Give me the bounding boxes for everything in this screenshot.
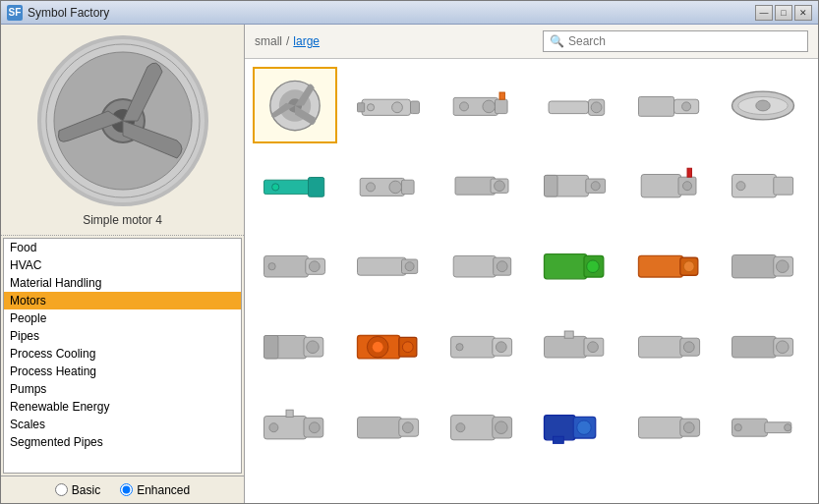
svg-point-79 [497,342,507,353]
category-item[interactable]: Motors [4,292,241,309]
app-icon: SF [7,5,23,21]
search-box: 🔍 [543,30,808,52]
svg-point-94 [309,422,320,433]
svg-point-90 [776,341,789,354]
svg-rect-81 [545,337,587,359]
symbol-cell[interactable] [533,389,617,466]
symbol-cell[interactable] [721,147,805,224]
svg-point-61 [587,260,600,273]
svg-rect-42 [641,175,681,197]
search-input[interactable] [568,34,801,48]
svg-rect-19 [549,101,589,114]
category-item[interactable]: Food [4,239,241,256]
breadcrumb-small[interactable]: small [255,34,282,48]
category-item[interactable]: Material Handling [4,274,241,292]
svg-point-70 [307,341,320,354]
svg-point-21 [592,101,603,112]
breadcrumb: small / large [255,34,320,48]
symbol-cell[interactable] [627,147,712,224]
symbol-cell[interactable] [346,228,431,305]
main-content: Simple motor 4 FoodHVACMaterial Handling… [1,25,818,503]
symbol-cell[interactable] [253,228,337,305]
close-button[interactable]: ✕ [794,5,812,21]
symbol-cell[interactable] [627,228,712,305]
category-list-container: FoodHVACMaterial HandlingMotorsPeoplePip… [1,236,244,476]
minimize-button[interactable]: — [755,5,773,21]
svg-rect-59 [545,254,587,279]
symbol-cell[interactable] [439,228,524,305]
symbol-cell[interactable] [721,67,805,143]
svg-point-18 [483,100,496,113]
symbol-cell[interactable] [533,67,617,143]
symbol-cell[interactable] [346,308,431,385]
svg-point-80 [456,344,463,351]
svg-point-93 [269,423,278,432]
symbol-cell[interactable] [439,147,524,224]
svg-rect-53 [358,257,407,275]
symbol-cell[interactable] [627,389,712,466]
symbol-cell[interactable] [346,67,431,143]
titlebar: SF Symbol Factory — □ ✕ [1,1,818,25]
right-panel: small / large 🔍 [245,25,818,503]
breadcrumb-large[interactable]: large [293,34,320,48]
symbol-cell[interactable] [439,389,524,466]
svg-point-98 [403,422,414,433]
category-item[interactable]: Process Cooling [4,345,241,363]
svg-point-84 [588,342,599,353]
category-item[interactable]: Scales [4,416,241,433]
symbol-cell[interactable] [253,389,337,466]
symbol-cell[interactable] [721,308,805,385]
symbol-cell[interactable] [253,67,337,143]
symbol-cell[interactable] [533,228,617,305]
maximize-button[interactable]: □ [775,5,792,21]
category-item[interactable]: Pumps [4,380,241,398]
symbols-area[interactable] [245,59,818,503]
category-item[interactable]: Process Heating [4,363,241,380]
symbol-cell[interactable] [533,147,617,224]
svg-rect-106 [554,436,564,443]
category-item[interactable]: HVAC [4,256,241,274]
svg-point-109 [683,422,694,433]
svg-rect-47 [774,177,793,195]
preview-svg [34,32,211,209]
symbol-cell[interactable] [253,147,337,224]
svg-rect-40 [545,176,558,197]
svg-point-17 [460,101,469,110]
svg-point-67 [776,260,789,273]
svg-point-12 [368,103,375,110]
radio-basic[interactable]: Basic [55,483,100,497]
symbol-cell[interactable] [627,67,712,143]
symbol-cell[interactable] [439,308,524,385]
svg-point-41 [592,182,601,191]
symbol-cell[interactable] [253,308,337,385]
symbol-cell[interactable] [346,147,431,224]
symbol-cell[interactable] [533,308,617,385]
svg-point-33 [367,182,376,191]
svg-point-27 [756,100,770,111]
preview-area: Simple motor 4 [1,25,244,236]
svg-point-52 [268,263,275,270]
svg-point-113 [784,424,790,431]
category-item[interactable]: People [4,309,241,327]
symbol-cell[interactable] [346,389,431,466]
symbol-cell[interactable] [439,67,524,143]
svg-point-48 [736,182,745,191]
svg-rect-71 [264,336,278,359]
category-list[interactable]: FoodHVACMaterial HandlingMotorsPeoplePip… [3,238,242,474]
radio-enhanced-input[interactable] [120,483,133,496]
radio-enhanced[interactable]: Enhanced [120,483,190,497]
symbol-cell[interactable] [627,308,712,385]
symbol-cell[interactable] [721,228,805,305]
category-item[interactable]: Pipes [4,327,241,345]
svg-rect-62 [638,256,682,278]
svg-point-87 [683,342,694,353]
svg-rect-16 [499,92,504,99]
right-header: small / large 🔍 [245,25,818,59]
symbol-cell[interactable] [721,389,805,466]
category-item[interactable]: Segmented Pipes [4,433,241,451]
svg-point-101 [496,421,508,434]
radio-basic-label: Basic [72,483,100,497]
category-item[interactable]: Renewable Energy [4,398,241,416]
radio-basic-input[interactable] [55,483,68,496]
svg-rect-22 [638,96,673,116]
